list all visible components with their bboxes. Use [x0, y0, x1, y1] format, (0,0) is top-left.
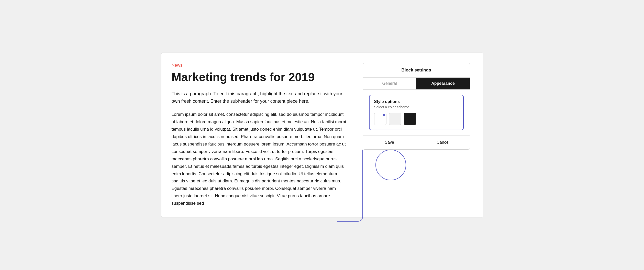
panel-body: Style options Select a color scheme — [363, 90, 470, 130]
tab-general[interactable]: General — [363, 78, 416, 89]
swatch-white[interactable] — [374, 113, 386, 125]
style-options-subtitle: Select a color scheme — [374, 105, 459, 109]
style-options-card: Style options Select a color scheme — [369, 95, 464, 130]
sidebar-panel: Block settings General Appearance Style … — [363, 63, 470, 207]
article-page: News Marketing trends for 2019 This is a… — [161, 52, 483, 218]
block-settings-panel: Block settings General Appearance Style … — [363, 63, 470, 150]
category-label: News — [172, 63, 347, 68]
content-area: News Marketing trends for 2019 This is a… — [172, 63, 347, 207]
body-paragraph: Lorem ipsum dolor sit amet, consectetur … — [172, 111, 347, 207]
cancel-button[interactable]: Cancel — [416, 136, 470, 149]
article-title: Marketing trends for 2019 — [172, 70, 347, 84]
swatch-black[interactable] — [404, 113, 416, 125]
tab-row: General Appearance — [363, 78, 470, 90]
intro-paragraph: This is a paragraph. To edit this paragr… — [172, 90, 347, 105]
tab-appearance[interactable]: Appearance — [416, 78, 470, 89]
save-button[interactable]: Save — [363, 136, 417, 149]
circle-annotation — [375, 150, 406, 180]
color-swatches — [374, 113, 459, 125]
panel-footer: Save Cancel — [363, 135, 470, 149]
style-options-title: Style options — [374, 99, 459, 104]
swatch-light-gray[interactable] — [389, 113, 401, 125]
panel-title: Block settings — [363, 63, 470, 78]
